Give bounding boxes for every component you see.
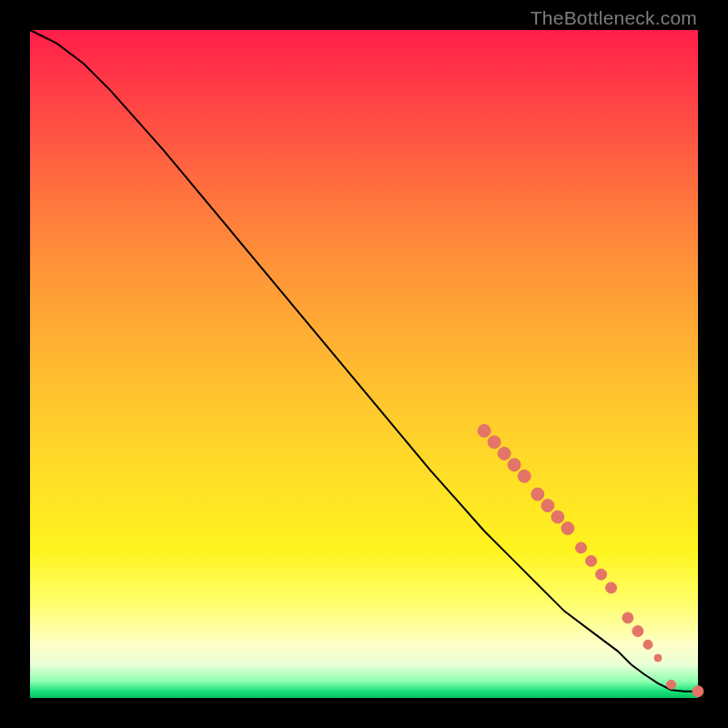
data-marker: [531, 488, 544, 500]
data-marker: [643, 640, 652, 649]
marker-group: [478, 424, 703, 696]
data-marker: [498, 447, 511, 460]
data-marker: [488, 436, 500, 449]
curve-line: [30, 30, 698, 692]
data-marker: [622, 612, 633, 623]
data-marker: [508, 459, 521, 471]
data-marker: [654, 654, 662, 662]
data-marker: [541, 500, 554, 512]
data-marker: [606, 582, 617, 593]
data-marker: [596, 569, 607, 580]
data-marker: [478, 424, 490, 437]
chart-svg: [30, 30, 698, 698]
data-marker: [518, 470, 531, 482]
data-marker: [586, 556, 597, 567]
data-marker: [561, 522, 574, 535]
data-marker: [693, 686, 703, 697]
data-marker: [632, 626, 643, 637]
chart-frame: TheBottleneck.com: [0, 0, 728, 728]
watermark-text: TheBottleneck.com: [531, 7, 697, 29]
data-marker: [576, 542, 587, 553]
data-marker: [551, 511, 564, 523]
plot-area: [30, 30, 698, 698]
data-marker: [667, 680, 676, 689]
